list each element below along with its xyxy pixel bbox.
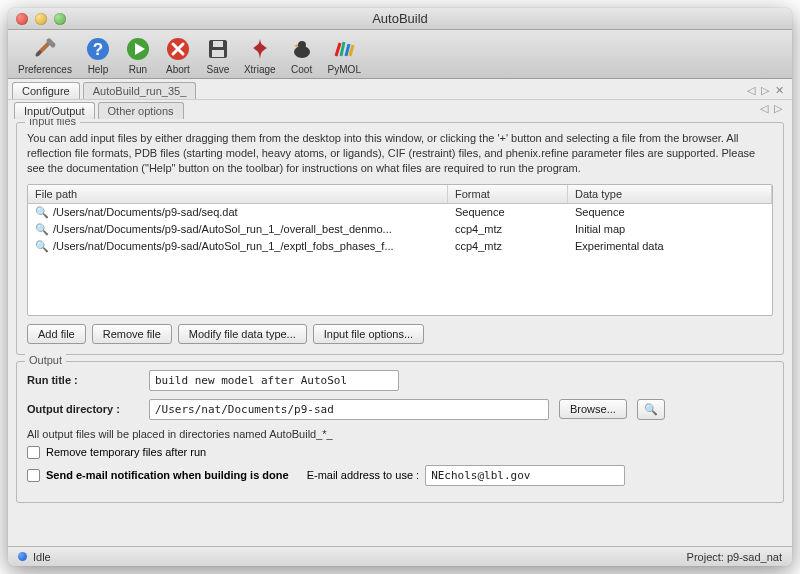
cell-datatype: Initial map [568, 222, 772, 237]
run-title-input[interactable] [149, 370, 399, 391]
tab-configure[interactable]: Configure [12, 82, 80, 99]
cell-datatype: Experimental data [568, 239, 772, 254]
pymol-button[interactable]: PyMOL [326, 34, 363, 76]
cell-format: Sequence [448, 205, 568, 220]
input-files-table: File path Format Data type 🔍/Users/nat/D… [27, 184, 773, 316]
status-bar: Idle Project: p9-sad_nat [8, 546, 792, 566]
xtriage-button[interactable]: Xtriage [242, 34, 278, 76]
magnifier-icon[interactable]: 🔍 [35, 206, 49, 219]
add-file-button[interactable]: Add file [27, 324, 86, 344]
window-title: AutoBuild [8, 11, 792, 26]
remove-file-button[interactable]: Remove file [92, 324, 172, 344]
subtab-other-options[interactable]: Other options [98, 102, 184, 119]
magnifier-icon[interactable]: 🔍 [35, 223, 49, 236]
output-directory-input[interactable] [149, 399, 549, 420]
subtab-scroll-left-icon[interactable]: ◁ [760, 102, 768, 119]
remove-temp-label: Remove temporary files after run [46, 446, 206, 458]
minimize-window-button[interactable] [35, 13, 47, 25]
tab-scroll-left-icon[interactable]: ◁ [747, 84, 755, 97]
email-notify-checkbox[interactable] [27, 469, 40, 482]
magnifier-icon[interactable]: 🔍 [35, 240, 49, 253]
tab-close-icon[interactable]: ✕ [775, 84, 784, 97]
subtab-scroll-right-icon[interactable]: ▷ [774, 102, 782, 119]
preferences-icon [31, 35, 59, 63]
cell-path: /Users/nat/Documents/p9-sad/AutoSol_run_… [53, 223, 392, 235]
input-file-options-button[interactable]: Input file options... [313, 324, 424, 344]
pymol-icon [330, 35, 358, 63]
col-header-datatype[interactable]: Data type [568, 185, 772, 203]
abort-button[interactable]: Abort [162, 34, 194, 76]
output-directory-label: Output directory : [27, 403, 139, 415]
input-files-group: Input files You can add input files by e… [16, 122, 784, 355]
run-label: Run [129, 64, 147, 75]
table-row[interactable]: 🔍/Users/nat/Documents/p9-sad/AutoSol_run… [28, 221, 772, 238]
run-button[interactable]: Run [122, 34, 154, 76]
svg-rect-6 [213, 41, 223, 47]
cell-format: ccp4_mtz [448, 239, 568, 254]
run-icon [124, 35, 152, 63]
reveal-directory-button[interactable]: 🔍 [637, 399, 665, 420]
input-files-help: You can add input files by either draggi… [27, 131, 773, 176]
preferences-label: Preferences [18, 64, 72, 75]
preferences-button[interactable]: Preferences [16, 34, 74, 76]
project-label: Project: p9-sad_nat [687, 551, 782, 563]
close-window-button[interactable] [16, 13, 28, 25]
tab-scroll-right-icon[interactable]: ▷ [761, 84, 769, 97]
xtriage-label: Xtriage [244, 64, 276, 75]
svg-rect-7 [212, 50, 224, 57]
cell-path: /Users/nat/Documents/p9-sad/AutoSol_run_… [53, 240, 394, 252]
email-notify-label: Send e-mail notification when building i… [46, 469, 289, 481]
tab-run35[interactable]: AutoBuild_run_35_ [83, 82, 197, 99]
help-label: Help [88, 64, 109, 75]
modify-datatype-button[interactable]: Modify file data type... [178, 324, 307, 344]
abort-label: Abort [166, 64, 190, 75]
abort-icon [164, 35, 192, 63]
content-area: Input files You can add input files by e… [8, 119, 792, 546]
titlebar: AutoBuild [8, 8, 792, 30]
save-icon [204, 35, 232, 63]
table-header: File path Format Data type [28, 185, 772, 204]
status-text: Idle [33, 551, 51, 563]
cell-path: /Users/nat/Documents/p9-sad/seq.dat [53, 206, 238, 218]
app-window: AutoBuild Preferences ? Help Run Abort [8, 8, 792, 566]
save-button[interactable]: Save [202, 34, 234, 76]
input-files-legend: Input files [25, 119, 80, 127]
coot-icon [288, 35, 316, 63]
xtriage-icon [246, 35, 274, 63]
table-row[interactable]: 🔍/Users/nat/Documents/p9-sad/AutoSol_run… [28, 238, 772, 255]
magnifier-icon: 🔍 [644, 403, 658, 415]
save-label: Save [207, 64, 230, 75]
col-header-path[interactable]: File path [28, 185, 448, 203]
email-input[interactable] [425, 465, 625, 486]
remove-temp-checkbox[interactable] [27, 446, 40, 459]
run-title-label: Run title : [27, 374, 139, 386]
cell-format: ccp4_mtz [448, 222, 568, 237]
output-legend: Output [25, 354, 66, 366]
output-note: All output files will be placed in direc… [27, 428, 773, 440]
svg-text:?: ? [93, 40, 103, 59]
subtab-input-output[interactable]: Input/Output [14, 102, 95, 119]
email-address-label: E-mail address to use : [307, 469, 420, 481]
svg-point-9 [298, 41, 306, 49]
cell-datatype: Sequence [568, 205, 772, 220]
main-tabs: Configure AutoBuild_run_35_ ◁ ▷ ✕ [8, 79, 792, 99]
zoom-window-button[interactable] [54, 13, 66, 25]
pymol-label: PyMOL [328, 64, 361, 75]
output-group: Output Run title : Output directory : Br… [16, 361, 784, 503]
coot-button[interactable]: Coot [286, 34, 318, 76]
status-indicator-icon [18, 552, 27, 561]
svg-marker-10 [294, 44, 298, 47]
table-row[interactable]: 🔍/Users/nat/Documents/p9-sad/seq.dat Seq… [28, 204, 772, 221]
toolbar: Preferences ? Help Run Abort Save [8, 30, 792, 79]
sub-tabs: Input/Output Other options ◁ ▷ [8, 99, 792, 119]
help-icon: ? [84, 35, 112, 63]
coot-label: Coot [291, 64, 312, 75]
col-header-format[interactable]: Format [448, 185, 568, 203]
browse-button[interactable]: Browse... [559, 399, 627, 419]
help-button[interactable]: ? Help [82, 34, 114, 76]
